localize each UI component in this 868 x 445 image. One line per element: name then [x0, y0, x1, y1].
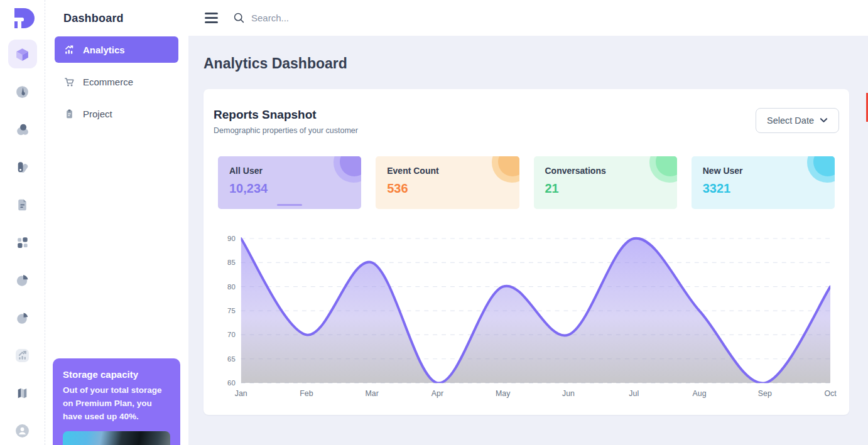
layout-blocks-icon: [14, 235, 30, 250]
stat-label: New User: [703, 166, 823, 176]
pie-chart-icon: [14, 272, 30, 288]
storage-title: Storage capacity: [63, 369, 170, 380]
chevron-down-icon: [820, 117, 828, 124]
sidebar-menu: Analytics Ecommerce Project: [45, 36, 188, 127]
rail-item-palette[interactable]: [8, 153, 37, 181]
svg-text:65: 65: [227, 355, 236, 363]
svg-text:Jan: Jan: [235, 389, 247, 398]
svg-text:May: May: [496, 389, 511, 398]
document-icon: [14, 197, 30, 213]
stat-value: 3321: [703, 181, 823, 196]
trend-chart-icon: [14, 348, 30, 363]
card-heading: Reports Snapshot Demographic properties …: [214, 108, 358, 135]
rail-item-donut[interactable]: [8, 303, 37, 332]
card-subtitle: Demographic properties of your customer: [214, 126, 358, 135]
stat-label: Conversations: [545, 166, 666, 176]
rail-item-blocks[interactable]: [8, 228, 37, 257]
area-chart-svg: 90858075706560JanFebMarAprMayJunJulAugSe…: [216, 232, 837, 400]
rail-item-document[interactable]: [8, 190, 37, 219]
content: Analytics Dashboard Reports Snapshot Dem…: [188, 36, 868, 445]
rail-item-account[interactable]: [8, 416, 37, 445]
stat-card-new-user[interactable]: New User 3321: [692, 156, 835, 209]
stat-value: 10,234: [229, 181, 350, 196]
sidebar: Dashboard Analytics Ecommerce: [45, 0, 188, 445]
storage-body: Out of your total storage on Premium Pla…: [63, 384, 170, 424]
svg-text:Oct: Oct: [824, 389, 837, 398]
svg-text:Apr: Apr: [431, 389, 443, 398]
svg-text:Jun: Jun: [562, 389, 575, 398]
storage-photo: [63, 431, 170, 445]
select-date-label: Select Date: [767, 115, 814, 126]
analytics-chart-icon: [63, 44, 75, 56]
rail-item-pie[interactable]: [8, 265, 37, 294]
svg-text:70: 70: [227, 331, 236, 338]
stat-card-event-count[interactable]: Event Count 536: [376, 156, 519, 209]
rail-item-trend[interactable]: [8, 341, 37, 370]
account-icon: [14, 423, 30, 439]
stat-card-all-user[interactable]: All User 10,234: [218, 156, 361, 209]
clipboard-icon: [63, 108, 75, 120]
palette-icon: [14, 159, 30, 175]
search-icon: [233, 12, 245, 24]
svg-text:Jul: Jul: [629, 389, 639, 398]
svg-text:Aug: Aug: [693, 389, 707, 398]
icon-rail: [0, 0, 45, 445]
search-input[interactable]: [251, 13, 515, 23]
storage-capacity-widget[interactable]: Storage capacity Out of your total stora…: [53, 358, 180, 445]
svg-text:80: 80: [227, 283, 236, 291]
users-icon: [14, 122, 30, 137]
rail-item-users[interactable]: [8, 115, 37, 144]
svg-text:Mar: Mar: [366, 389, 379, 398]
page-title: Analytics Dashboard: [203, 55, 849, 72]
stat-card-conversations[interactable]: Conversations 21: [534, 156, 677, 209]
sidebar-item-project[interactable]: Project: [55, 100, 178, 127]
gauge-icon: [14, 84, 30, 100]
stat-label: Event Count: [387, 166, 507, 176]
active-stat-indicator: [277, 204, 302, 206]
app-logo[interactable]: [10, 6, 35, 31]
sidebar-item-label: Analytics: [83, 45, 125, 55]
cart-icon: [63, 76, 75, 88]
sidebar-title: Dashboard: [45, 0, 188, 36]
select-date-button[interactable]: Select Date: [756, 108, 839, 133]
svg-text:90: 90: [227, 235, 236, 242]
donut-chart-icon: [14, 310, 30, 326]
svg-text:60: 60: [227, 379, 236, 387]
svg-text:Sep: Sep: [758, 389, 772, 398]
search-bar: [233, 12, 868, 24]
sidebar-item-label: Project: [83, 109, 112, 119]
stat-value: 536: [387, 181, 507, 196]
main-area: Analytics Dashboard Reports Snapshot Dem…: [188, 0, 868, 445]
rail-item-map[interactable]: [8, 378, 37, 407]
sidebar-item-analytics[interactable]: Analytics: [55, 36, 178, 63]
rail-item-gauge[interactable]: [8, 77, 37, 106]
reports-snapshot-card: Reports Snapshot Demographic properties …: [203, 89, 849, 415]
topbar: [188, 0, 868, 36]
cube-icon: [14, 46, 30, 62]
stats-row: All User 10,234 Event Count 536 Conversa…: [218, 156, 835, 209]
menu-toggle-button[interactable]: [202, 10, 220, 25]
map-icon: [14, 385, 30, 401]
sidebar-item-ecommerce[interactable]: Ecommerce: [55, 68, 178, 95]
svg-text:75: 75: [227, 307, 236, 314]
rail-items: [8, 40, 37, 445]
stat-label: All User: [229, 166, 350, 176]
svg-text:Feb: Feb: [300, 389, 313, 398]
sidebar-item-label: Ecommerce: [83, 77, 133, 87]
stat-value: 21: [545, 181, 666, 196]
area-chart[interactable]: 90858075706560JanFebMarAprMayJunJulAugSe…: [216, 232, 837, 400]
rail-item-dashboard[interactable]: [8, 40, 37, 68]
svg-text:85: 85: [227, 259, 236, 266]
card-title: Reports Snapshot: [214, 108, 358, 122]
